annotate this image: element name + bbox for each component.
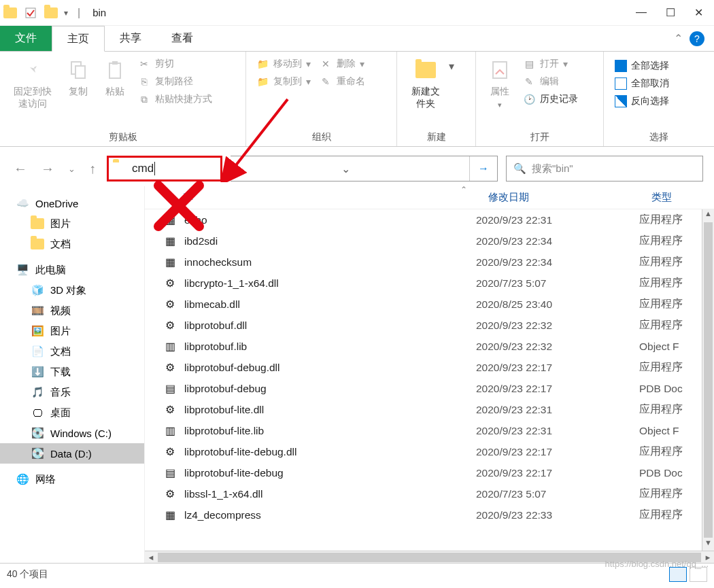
scrollbar-thumb[interactable] (704, 222, 713, 538)
file-row[interactable]: ▦lz4_decompress2020/9/23 22:33应用程序 (145, 504, 702, 525)
folder-icon (30, 216, 45, 231)
sidebar-item-pictures2[interactable]: 🖼️图片 (0, 321, 144, 341)
file-row[interactable]: ▦echo2020/9/23 22:31应用程序 (145, 209, 702, 230)
sidebar-item-downloads[interactable]: ⬇️下载 (0, 362, 144, 382)
rename-button[interactable]: ✎重命名 (319, 75, 365, 88)
pc-icon: 🖥️ (15, 262, 30, 277)
organize-group-label: 组织 (246, 130, 396, 146)
file-type: 应用程序 (639, 297, 702, 311)
collapse-ribbon-icon[interactable]: ⌃ (674, 32, 683, 45)
move-to-button[interactable]: 📁移动到 ▾ (256, 57, 311, 71)
sidebar-item-drive-c[interactable]: 💽Windows (C:) (0, 423, 144, 443)
pin-button[interactable]: 固定到快速访问 (5, 54, 60, 113)
copy-to-button[interactable]: 📁复制到 ▾ (256, 75, 311, 88)
back-button[interactable]: ← (11, 161, 30, 177)
sidebar-item-pictures[interactable]: 图片 (0, 213, 144, 234)
help-icon[interactable]: ? (690, 31, 704, 46)
pictures-icon: 🖼️ (30, 324, 45, 339)
cut-button[interactable]: ✂剪切 (137, 57, 212, 71)
sidebar-item-onedrive[interactable]: ☁️OneDrive (0, 193, 144, 213)
file-icon: ▥ (163, 339, 177, 354)
select-all-button[interactable]: 全部选择 (609, 57, 675, 75)
file-row[interactable]: ▦ibd2sdi2020/9/23 22:34应用程序 (145, 230, 702, 252)
properties-button[interactable]: 属性 ▾ (481, 54, 518, 112)
column-date[interactable]: 修改日期 (488, 191, 651, 204)
file-row[interactable]: ⚙libprotobuf.dll2020/9/23 22:32应用程序 (145, 315, 702, 336)
copy-path-button[interactable]: ⎘复制路径 (137, 75, 212, 88)
checkbox-icon[interactable] (23, 5, 38, 20)
select-none-button[interactable]: 全部取消 (609, 75, 675, 92)
file-row[interactable]: ▥libprotobuf.lib2020/9/23 22:32Object F (145, 336, 702, 357)
invert-icon (615, 95, 627, 107)
sidebar-item-videos[interactable]: 🎞️视频 (0, 300, 144, 321)
tab-file[interactable]: 文件 (0, 26, 52, 51)
chevron-down-icon[interactable]: ⌄ (341, 162, 350, 175)
file-icon: ▦ (163, 255, 177, 270)
edit-button[interactable]: ✎编辑 (522, 75, 578, 88)
tab-home[interactable]: 主页 (52, 26, 105, 52)
qat-dropdown-icon[interactable]: ▾ (64, 8, 68, 18)
sidebar-item-desktop[interactable]: 🖵桌面 (0, 402, 144, 423)
copy-button[interactable]: 复制 (60, 54, 97, 101)
sidebar-item-thispc[interactable]: 🖥️此电脑 (0, 260, 144, 280)
file-row[interactable]: ⚙libssl-1_1-x64.dll2020/7/23 5:07应用程序 (145, 483, 702, 504)
address-bar-rest[interactable]: ⌄ → (231, 156, 498, 181)
file-row[interactable]: ▤libprotobuf-lite-debug2020/9/23 22:17PD… (145, 462, 702, 483)
search-input[interactable]: 🔍 搜索"bin" (506, 156, 703, 181)
up-button[interactable]: ↑ (86, 161, 99, 177)
paste-button[interactable]: 粘贴 (97, 54, 133, 101)
forward-button[interactable]: → (38, 161, 57, 177)
tab-share[interactable]: 共享 (105, 26, 156, 51)
sidebar-item-documents[interactable]: 文档 (0, 234, 144, 254)
file-name: innochecksum (184, 256, 476, 269)
column-headers[interactable]: ⌃ 称 修改日期 类型 (145, 186, 714, 209)
file-row[interactable]: ▥libprotobuf-lite.lib2020/9/23 22:31Obje… (145, 420, 702, 441)
sort-indicator-icon: ⌃ (460, 185, 467, 194)
file-row[interactable]: ⚙libcrypto-1_1-x64.dll2020/7/23 5:07应用程序 (145, 273, 702, 294)
close-button[interactable]: ✕ (694, 6, 703, 19)
address-bar[interactable]: cmd (107, 156, 222, 181)
file-row[interactable]: ⚙libprotobuf-lite.dll2020/9/23 22:31应用程序 (145, 399, 702, 420)
sidebar-item-music[interactable]: 🎵音乐 (0, 382, 144, 402)
file-type: Object F (639, 425, 702, 437)
column-type[interactable]: 类型 (651, 191, 714, 204)
scroll-up-icon[interactable]: ▲ (702, 209, 714, 222)
scroll-left-icon[interactable]: ◄ (145, 553, 157, 561)
watermark: https://blog.csdn.net/qq_... (605, 559, 709, 569)
column-name[interactable]: 称 (183, 191, 488, 204)
svg-rect-2 (75, 66, 85, 78)
file-list[interactable]: ▦echo2020/9/23 22:31应用程序▦ibd2sdi2020/9/2… (145, 209, 702, 551)
open-button[interactable]: ▤打开 ▾ (522, 57, 578, 71)
file-type: 应用程序 (639, 318, 702, 332)
delete-icon: ✕ (319, 57, 333, 71)
file-icon: ⚙ (163, 445, 177, 460)
new-folder-button[interactable]: 新建文件夹 (403, 54, 449, 113)
file-row[interactable]: ▦innochecksum2020/9/23 22:34应用程序 (145, 252, 702, 273)
scroll-down-icon[interactable]: ▼ (702, 538, 714, 551)
file-row[interactable]: ⚙libmecab.dll2020/8/25 23:40应用程序 (145, 294, 702, 315)
file-row[interactable]: ▤libprotobuf-debug2020/9/23 22:17PDB Doc (145, 378, 702, 399)
invert-selection-button[interactable]: 反向选择 (609, 92, 675, 110)
go-button[interactable]: → (478, 162, 489, 175)
folder-icon (30, 237, 45, 252)
file-icon: ⚙ (163, 297, 177, 312)
tab-view[interactable]: 查看 (156, 26, 208, 51)
history-button[interactable]: 🕑历史记录 (522, 92, 578, 106)
svg-rect-3 (109, 63, 120, 78)
file-listview: ⌃ 称 修改日期 类型 ▦echo2020/9/23 22:31应用程序▦ibd… (144, 186, 714, 563)
file-row[interactable]: ⚙libprotobuf-debug.dll2020/9/23 22:17应用程… (145, 357, 702, 378)
sidebar-item-3dobjects[interactable]: 🧊3D 对象 (0, 280, 144, 300)
file-type: 应用程序 (639, 255, 702, 269)
sidebar-item-network[interactable]: 🌐网络 (0, 469, 144, 489)
sidebar-item-documents2[interactable]: 📄文档 (0, 341, 144, 362)
minimize-button[interactable]: — (636, 6, 647, 19)
vertical-scrollbar[interactable]: ▲ ▼ (702, 209, 714, 551)
copy-to-icon: 📁 (256, 75, 269, 88)
maximize-button[interactable]: ☐ (666, 6, 675, 19)
paste-shortcut-button[interactable]: ⧉粘贴快捷方式 (137, 92, 212, 106)
new-item-dropdown[interactable]: ▾ (449, 54, 454, 73)
recent-dropdown[interactable]: ⌄ (65, 164, 78, 174)
delete-button[interactable]: ✕删除 ▾ (319, 57, 365, 71)
file-row[interactable]: ⚙libprotobuf-lite-debug.dll2020/9/23 22:… (145, 441, 702, 462)
sidebar-item-drive-d[interactable]: 💽Data (D:) (0, 443, 144, 464)
